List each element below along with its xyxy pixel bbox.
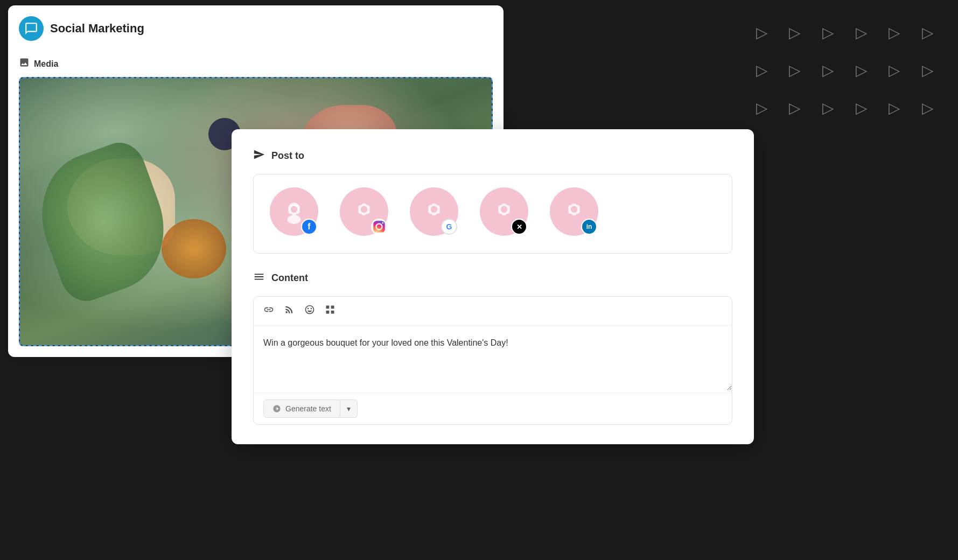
post-to-text: Post to xyxy=(271,150,304,162)
google-avatar: G xyxy=(410,187,458,236)
arrow-icon: ▷ xyxy=(848,54,876,86)
social-account-x[interactable]: ✕ xyxy=(480,187,528,240)
arrow-icon: ▷ xyxy=(781,92,809,124)
arrow-icon: ▷ xyxy=(848,92,876,124)
media-icon xyxy=(19,57,30,71)
content-icon xyxy=(253,271,265,285)
arrow-icon: ▷ xyxy=(881,54,909,86)
arrow-icon: ▷ xyxy=(814,16,842,48)
social-marketing-icon xyxy=(19,16,44,41)
media-text: Media xyxy=(34,59,58,69)
arrow-icon: ▷ xyxy=(814,92,842,124)
arrow-icon: ▷ xyxy=(881,16,909,48)
arrow-icon: ▷ xyxy=(748,16,776,48)
arrow-icon: ▷ xyxy=(748,54,776,86)
content-toolbar xyxy=(254,297,732,326)
content-label: Content xyxy=(253,271,732,285)
generate-text-button[interactable]: Generate text xyxy=(263,400,340,418)
orange-flower xyxy=(162,219,226,278)
svg-point-30 xyxy=(501,206,508,213)
arrow-icon: ▷ xyxy=(914,92,942,124)
generate-row: Generate text ▾ xyxy=(254,393,732,424)
social-account-linkedin[interactable]: in xyxy=(550,187,598,240)
instagram-badge xyxy=(371,219,387,235)
post-to-label: Post to xyxy=(253,149,732,163)
x-avatar: ✕ xyxy=(480,187,528,236)
card-header: Social Marketing xyxy=(19,16,493,46)
x-badge: ✕ xyxy=(511,219,527,235)
svg-point-9 xyxy=(291,206,298,213)
rss-icon[interactable] xyxy=(284,304,295,318)
grid-icon[interactable] xyxy=(325,304,335,318)
main-content-card: Post to xyxy=(232,129,754,444)
facebook-avatar: f xyxy=(270,187,318,236)
background-arrows: ▷ ▷ ▷ ▷ ▷ ▷ ▷ ▷ ▷ ▷ ▷ ▷ ▷ ▷ ▷ ▷ ▷ ▷ xyxy=(732,0,958,140)
svg-point-1 xyxy=(288,215,301,224)
generate-text-label: Generate text xyxy=(285,404,331,413)
linkedin-avatar: in xyxy=(550,187,598,236)
svg-point-37 xyxy=(571,206,578,213)
instagram-avatar xyxy=(340,187,388,236)
google-badge: G xyxy=(441,219,457,235)
facebook-badge: f xyxy=(301,219,317,235)
social-marketing-title: Social Marketing xyxy=(50,22,144,36)
arrow-icon: ▷ xyxy=(814,54,842,86)
link-icon[interactable] xyxy=(263,304,274,318)
social-account-facebook[interactable]: f xyxy=(270,187,318,240)
social-account-instagram[interactable] xyxy=(340,187,388,240)
generate-dropdown-button[interactable]: ▾ xyxy=(340,400,358,418)
content-text: Content xyxy=(271,272,308,284)
emoji-icon[interactable] xyxy=(304,304,315,318)
arrow-icon: ▷ xyxy=(781,16,809,48)
social-accounts-container: f xyxy=(253,174,732,254)
content-box: Win a gorgeous bouquet for your loved on… xyxy=(253,296,732,425)
arrow-icon: ▷ xyxy=(881,92,909,124)
content-section: Content xyxy=(253,271,732,425)
linkedin-badge: in xyxy=(581,219,597,235)
content-box-wrapper: Win a gorgeous bouquet for your loved on… xyxy=(253,296,732,425)
arrow-icon: ▷ xyxy=(914,16,942,48)
svg-point-16 xyxy=(361,206,368,213)
arrow-icon: ▷ xyxy=(781,54,809,86)
arrow-icon: ▷ xyxy=(748,92,776,124)
social-account-google[interactable]: G xyxy=(410,187,458,240)
arrow-icon: ▷ xyxy=(848,16,876,48)
post-to-icon xyxy=(253,149,265,163)
content-textarea[interactable]: Win a gorgeous bouquet for your loved on… xyxy=(254,326,732,390)
arrow-icon: ▷ xyxy=(914,54,942,86)
svg-point-23 xyxy=(431,206,438,213)
media-label: Media xyxy=(19,57,493,71)
